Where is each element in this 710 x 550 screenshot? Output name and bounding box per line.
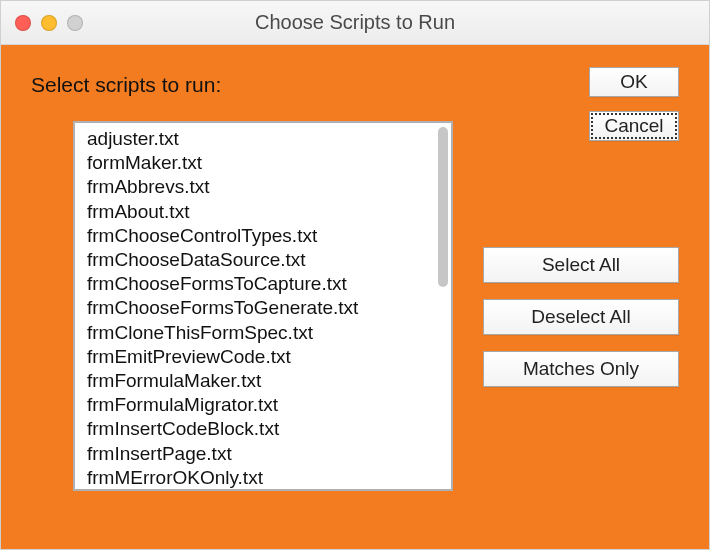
minimize-icon[interactable] (41, 15, 57, 31)
list-item[interactable]: frmAbout.txt (87, 200, 435, 224)
list-item[interactable]: frmFormulaMigrator.txt (87, 393, 435, 417)
zoom-icon (67, 15, 83, 31)
list-item[interactable]: frmEmitPreviewCode.txt (87, 345, 435, 369)
cancel-button[interactable]: Cancel (589, 111, 679, 141)
dialog-content: Select scripts to run: adjuster.txtformM… (1, 45, 709, 549)
list-item[interactable]: frmFormulaMaker.txt (87, 369, 435, 393)
matches-only-button[interactable]: Matches Only (483, 351, 679, 387)
list-item[interactable]: formMaker.txt (87, 151, 435, 175)
list-item[interactable]: frmChooseControlTypes.txt (87, 224, 435, 248)
select-all-button[interactable]: Select All (483, 247, 679, 283)
title-bar: Choose Scripts to Run (1, 1, 709, 45)
deselect-all-button[interactable]: Deselect All (483, 299, 679, 335)
window-title: Choose Scripts to Run (1, 11, 709, 34)
close-icon[interactable] (15, 15, 31, 31)
list-item[interactable]: frmMErrorOKOnly.txt (87, 466, 435, 489)
list-item[interactable]: frmAbbrevs.txt (87, 175, 435, 199)
ok-button[interactable]: OK (589, 67, 679, 97)
list-item[interactable]: adjuster.txt (87, 127, 435, 151)
button-column: OK Cancel Select All Deselect All Matche… (483, 67, 679, 403)
list-item[interactable]: frmInsertCodeBlock.txt (87, 417, 435, 441)
scrollbar-thumb[interactable] (438, 127, 448, 287)
list-item[interactable]: frmCloneThisFormSpec.txt (87, 321, 435, 345)
list-item[interactable]: frmChooseDataSource.txt (87, 248, 435, 272)
list-item[interactable]: frmChooseFormsToGenerate.txt (87, 296, 435, 320)
scrollbar[interactable] (438, 127, 448, 485)
dialog-window: Choose Scripts to Run Select scripts to … (0, 0, 710, 550)
list-item[interactable]: frmChooseFormsToCapture.txt (87, 272, 435, 296)
window-controls (15, 15, 83, 31)
list-item[interactable]: frmInsertPage.txt (87, 442, 435, 466)
scripts-listbox[interactable]: adjuster.txtformMaker.txtfrmAbbrevs.txtf… (73, 121, 453, 491)
